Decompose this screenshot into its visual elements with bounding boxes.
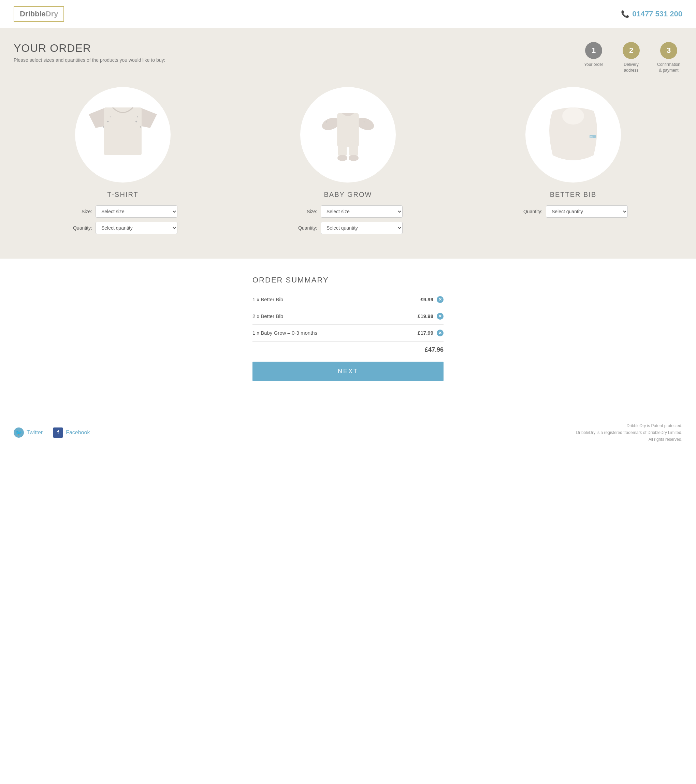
bib-quantity-select[interactable]: Select quantity 1 2 3	[546, 205, 628, 217]
tshirt-name: T-SHIRT	[107, 191, 138, 199]
babygrow-controls: Size: Select size 0-3 months 3-6 months …	[293, 205, 403, 238]
order-section: YOUR ORDER Please select sizes and quant…	[0, 28, 696, 259]
svg-text:✦: ✦	[326, 120, 328, 124]
tshirt-quantity-label: Quantity:	[68, 225, 92, 231]
order-subtitle: Please select sizes and quantities of th…	[14, 57, 165, 63]
babygrow-quantity-row: Quantity: Select quantity 1 2 3	[293, 222, 403, 234]
footer-legal: DribbleDry is Patent protected. DribbleD…	[576, 422, 682, 443]
summary-item-3: 1 x Baby Grow – 0-3 months £17.99 ✕	[252, 325, 444, 341]
bib-image: DD	[525, 87, 621, 183]
product-tshirt: ✦ ✦ ✦ ✦ ✦ ✦ T-SHIRT Size: Select size	[14, 87, 232, 238]
svg-text:✦: ✦	[135, 120, 138, 124]
next-button[interactable]: NEXT	[252, 362, 444, 381]
step-1: 1 Your order	[580, 42, 607, 68]
tshirt-size-select[interactable]: Select size 0-3 months 3-6 months 6-12 m…	[95, 205, 178, 217]
facebook-icon: f	[53, 428, 63, 438]
svg-point-18	[562, 107, 584, 125]
summary-item-1-right: £9.99 ✕	[420, 296, 444, 303]
facebook-label: Facebook	[66, 430, 90, 436]
phone-number: 📞 01477 531 200	[621, 10, 682, 18]
svg-text:✦: ✦	[139, 125, 142, 128]
step-2-circle: 2	[623, 42, 640, 59]
svg-text:✦: ✦	[107, 120, 109, 124]
step-2-label: Deliveryaddress	[624, 62, 638, 73]
product-babygrow: ✦ ✦ BABY GROW	[239, 87, 457, 238]
babygrow-quantity-label: Quantity:	[293, 225, 317, 231]
logo-dribble: Dribble	[20, 10, 46, 18]
facebook-link[interactable]: f Facebook	[53, 428, 90, 438]
legal-line-1: DribbleDry is Patent protected.	[576, 422, 682, 429]
babygrow-name: BABY GROW	[324, 191, 372, 199]
total-amount: £47.96	[425, 346, 444, 353]
babygrow-size-row: Size: Select size 0-3 months 3-6 months …	[293, 205, 403, 217]
tshirt-controls: Size: Select size 0-3 months 3-6 months …	[68, 205, 178, 238]
tshirt-size-row: Size: Select size 0-3 months 3-6 months …	[68, 205, 178, 217]
tshirt-image: ✦ ✦ ✦ ✦ ✦ ✦	[75, 87, 171, 183]
phone-icon: 📞	[621, 10, 630, 18]
svg-text:✦: ✦	[102, 125, 105, 128]
step-3: 3 Confirmation& payment	[655, 42, 682, 73]
svg-text:✦: ✦	[137, 116, 138, 118]
legal-line-3: All rights reserved.	[576, 436, 682, 443]
summary-item-1: 1 x Better Bib £9.99 ✕	[252, 292, 444, 308]
twitter-icon: 🐦	[14, 428, 24, 438]
social-links: 🐦 Twitter f Facebook	[14, 428, 90, 438]
babygrow-size-label: Size:	[293, 209, 317, 214]
checkout-steps: 1 Your order 2 Deliveryaddress 3 Confirm…	[580, 42, 682, 73]
step-2: 2 Deliveryaddress	[617, 42, 645, 73]
svg-rect-2	[104, 107, 142, 155]
legal-line-2: DribbleDry is a registered trademark of …	[576, 429, 682, 436]
summary-item-3-price: £17.99	[418, 330, 433, 336]
products-grid: ✦ ✦ ✦ ✦ ✦ ✦ T-SHIRT Size: Select size	[14, 87, 682, 238]
order-heading: YOUR ORDER	[14, 42, 165, 54]
summary-section: ORDER SUMMARY 1 x Better Bib £9.99 ✕ 2 x…	[0, 259, 696, 398]
summary-item-2: 2 x Better Bib £19.98 ✕	[252, 308, 444, 325]
bib-controls: Quantity: Select quantity 1 2 3	[518, 205, 628, 222]
summary-total: £47.96	[252, 341, 444, 358]
svg-text:DD: DD	[590, 136, 593, 138]
step-3-label: Confirmation& payment	[657, 62, 680, 73]
bib-quantity-label: Quantity:	[518, 209, 543, 214]
bib-quantity-row: Quantity: Select quantity 1 2 3	[518, 205, 628, 217]
summary-item-2-desc: 2 x Better Bib	[252, 313, 283, 319]
svg-text:✦: ✦	[109, 116, 111, 118]
svg-text:✦: ✦	[363, 120, 365, 124]
summary-item-2-price: £19.98	[418, 313, 433, 319]
summary-item-2-right: £19.98 ✕	[418, 313, 444, 320]
svg-point-17	[349, 155, 359, 161]
remove-item-1-button[interactable]: ✕	[437, 296, 444, 303]
babygrow-quantity-select[interactable]: Select quantity 1 2 3	[321, 222, 403, 234]
step-1-label: Your order	[584, 62, 603, 68]
step-1-circle: 1	[585, 42, 602, 59]
page-header: DribbleDry 📞 01477 531 200	[0, 0, 696, 28]
babygrow-image: ✦ ✦	[300, 87, 396, 183]
order-header: YOUR ORDER Please select sizes and quant…	[14, 42, 682, 73]
babygrow-size-select[interactable]: Select size 0-3 months 3-6 months 6-12 m…	[321, 205, 403, 217]
step-3-circle: 3	[660, 42, 677, 59]
tshirt-quantity-select[interactable]: Select quantity 1 2 3	[95, 222, 178, 234]
logo: DribbleDry	[14, 6, 64, 22]
page-footer: 🐦 Twitter f Facebook DribbleDry is Paten…	[0, 412, 696, 453]
tshirt-quantity-row: Quantity: Select quantity 1 2 3	[68, 222, 178, 234]
product-betterbib: DD BETTER BIB Quantity: Select quantity …	[464, 87, 682, 238]
summary-item-1-desc: 1 x Better Bib	[252, 296, 283, 302]
summary-container: ORDER SUMMARY 1 x Better Bib £9.99 ✕ 2 x…	[252, 276, 444, 381]
svg-point-16	[337, 155, 347, 161]
twitter-label: Twitter	[26, 430, 43, 436]
remove-item-2-button[interactable]: ✕	[437, 313, 444, 320]
order-title: YOUR ORDER Please select sizes and quant…	[14, 42, 165, 63]
summary-title: ORDER SUMMARY	[252, 276, 444, 285]
tshirt-size-label: Size:	[68, 209, 92, 214]
twitter-link[interactable]: 🐦 Twitter	[14, 428, 43, 438]
summary-item-3-desc: 1 x Baby Grow – 0-3 months	[252, 330, 317, 336]
summary-item-3-right: £17.99 ✕	[418, 329, 444, 336]
summary-item-1-price: £9.99	[420, 296, 433, 302]
bib-name: BETTER BIB	[550, 191, 597, 199]
remove-item-3-button[interactable]: ✕	[437, 329, 444, 336]
logo-dry: Dry	[46, 10, 58, 18]
